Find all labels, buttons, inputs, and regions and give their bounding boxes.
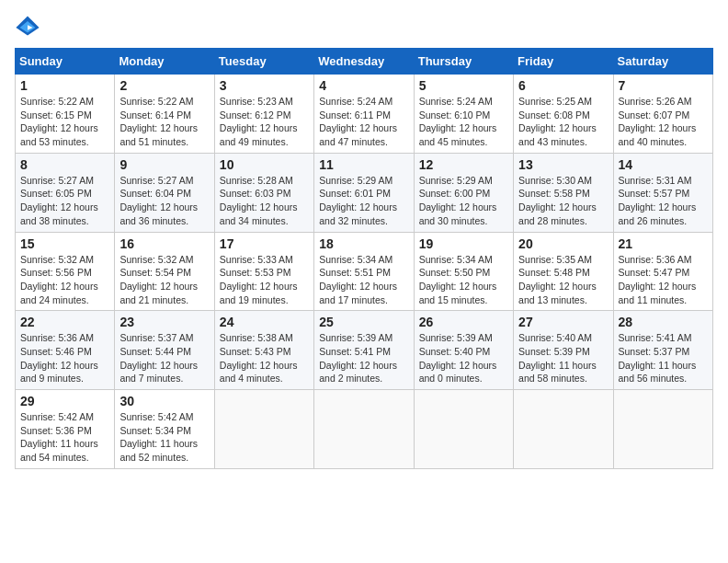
calendar-header-row: SundayMondayTuesdayWednesdayThursdayFrid… (16, 49, 713, 75)
day-number: 23 (119, 315, 209, 329)
calendar-cell: 10Sunrise: 5:28 AM Sunset: 6:03 PM Dayli… (214, 153, 313, 232)
day-info: Sunrise: 5:34 AM Sunset: 5:51 PM Dayligh… (319, 253, 408, 307)
calendar-week-2: 8Sunrise: 5:27 AM Sunset: 6:05 PM Daylig… (16, 153, 713, 232)
day-info: Sunrise: 5:39 AM Sunset: 5:40 PM Dayligh… (419, 331, 508, 385)
page-header (15, 15, 713, 40)
calendar-cell (214, 390, 313, 469)
calendar-cell: 30Sunrise: 5:42 AM Sunset: 5:34 PM Dayli… (115, 390, 214, 469)
calendar-cell: 16Sunrise: 5:32 AM Sunset: 5:54 PM Dayli… (115, 232, 214, 311)
calendar-cell: 22Sunrise: 5:36 AM Sunset: 5:46 PM Dayli… (16, 311, 115, 390)
day-info: Sunrise: 5:27 AM Sunset: 6:05 PM Dayligh… (20, 174, 109, 228)
calendar-cell: 4Sunrise: 5:24 AM Sunset: 6:11 PM Daylig… (314, 75, 414, 154)
calendar-cell: 19Sunrise: 5:34 AM Sunset: 5:50 PM Dayli… (414, 232, 513, 311)
calendar-cell: 13Sunrise: 5:30 AM Sunset: 5:58 PM Dayli… (514, 153, 613, 232)
day-info: Sunrise: 5:42 AM Sunset: 5:36 PM Dayligh… (20, 410, 109, 465)
day-info: Sunrise: 5:24 AM Sunset: 6:11 PM Dayligh… (319, 95, 408, 149)
day-info: Sunrise: 5:36 AM Sunset: 5:47 PM Dayligh… (619, 253, 708, 307)
day-number: 21 (619, 236, 708, 251)
day-number: 26 (419, 315, 508, 329)
day-number: 13 (518, 157, 608, 172)
calendar-cell: 21Sunrise: 5:36 AM Sunset: 5:47 PM Dayli… (613, 232, 712, 311)
day-header-tuesday: Tuesday (214, 49, 313, 75)
calendar-cell: 12Sunrise: 5:29 AM Sunset: 6:00 PM Dayli… (414, 153, 513, 232)
day-info: Sunrise: 5:32 AM Sunset: 5:56 PM Dayligh… (20, 253, 109, 307)
calendar-cell: 24Sunrise: 5:38 AM Sunset: 5:43 PM Dayli… (214, 311, 313, 390)
day-number: 7 (619, 78, 708, 93)
day-number: 28 (619, 315, 708, 329)
logo-icon (15, 15, 40, 40)
day-header-sunday: Sunday (16, 49, 115, 75)
day-header-thursday: Thursday (414, 49, 513, 75)
calendar-cell: 5Sunrise: 5:24 AM Sunset: 6:10 PM Daylig… (414, 75, 513, 154)
day-number: 11 (319, 157, 408, 172)
day-number: 25 (319, 315, 408, 329)
calendar-week-3: 15Sunrise: 5:32 AM Sunset: 5:56 PM Dayli… (16, 232, 713, 311)
day-info: Sunrise: 5:23 AM Sunset: 6:12 PM Dayligh… (220, 95, 309, 149)
day-number: 9 (119, 157, 209, 172)
calendar-cell: 25Sunrise: 5:39 AM Sunset: 5:41 PM Dayli… (314, 311, 414, 390)
day-info: Sunrise: 5:24 AM Sunset: 6:10 PM Dayligh… (419, 95, 508, 149)
day-number: 18 (319, 236, 408, 251)
day-info: Sunrise: 5:39 AM Sunset: 5:41 PM Dayligh… (319, 331, 408, 385)
day-info: Sunrise: 5:40 AM Sunset: 5:39 PM Dayligh… (518, 331, 608, 385)
day-info: Sunrise: 5:28 AM Sunset: 6:03 PM Dayligh… (220, 174, 309, 228)
day-number: 30 (119, 394, 209, 408)
day-info: Sunrise: 5:35 AM Sunset: 5:48 PM Dayligh… (518, 253, 608, 307)
day-info: Sunrise: 5:27 AM Sunset: 6:04 PM Dayligh… (119, 174, 209, 228)
calendar-body: 1Sunrise: 5:22 AM Sunset: 6:15 PM Daylig… (16, 75, 713, 469)
day-number: 24 (220, 315, 309, 329)
calendar-table: SundayMondayTuesdayWednesdayThursdayFrid… (15, 48, 713, 469)
calendar-cell: 15Sunrise: 5:32 AM Sunset: 5:56 PM Dayli… (16, 232, 115, 311)
day-info: Sunrise: 5:38 AM Sunset: 5:43 PM Dayligh… (220, 331, 309, 385)
day-number: 20 (518, 236, 608, 251)
calendar-cell (613, 390, 712, 469)
calendar-cell: 6Sunrise: 5:25 AM Sunset: 6:08 PM Daylig… (514, 75, 613, 154)
calendar-cell: 9Sunrise: 5:27 AM Sunset: 6:04 PM Daylig… (115, 153, 214, 232)
day-number: 6 (518, 78, 608, 93)
logo (15, 15, 42, 40)
day-info: Sunrise: 5:36 AM Sunset: 5:46 PM Dayligh… (20, 331, 109, 385)
calendar-cell: 14Sunrise: 5:31 AM Sunset: 5:57 PM Dayli… (613, 153, 712, 232)
calendar-cell: 26Sunrise: 5:39 AM Sunset: 5:40 PM Dayli… (414, 311, 513, 390)
calendar-cell (314, 390, 414, 469)
calendar-cell: 29Sunrise: 5:42 AM Sunset: 5:36 PM Dayli… (16, 390, 115, 469)
day-number: 1 (20, 78, 109, 93)
calendar-cell: 3Sunrise: 5:23 AM Sunset: 6:12 PM Daylig… (214, 75, 313, 154)
calendar-cell: 7Sunrise: 5:26 AM Sunset: 6:07 PM Daylig… (613, 75, 712, 154)
calendar-cell: 1Sunrise: 5:22 AM Sunset: 6:15 PM Daylig… (16, 75, 115, 154)
day-info: Sunrise: 5:26 AM Sunset: 6:07 PM Dayligh… (619, 95, 708, 149)
day-number: 12 (419, 157, 508, 172)
day-number: 8 (20, 157, 109, 172)
calendar-cell: 27Sunrise: 5:40 AM Sunset: 5:39 PM Dayli… (514, 311, 613, 390)
day-info: Sunrise: 5:22 AM Sunset: 6:14 PM Dayligh… (119, 95, 209, 149)
calendar-week-1: 1Sunrise: 5:22 AM Sunset: 6:15 PM Daylig… (16, 75, 713, 154)
calendar-cell: 11Sunrise: 5:29 AM Sunset: 6:01 PM Dayli… (314, 153, 414, 232)
calendar-cell (414, 390, 513, 469)
day-info: Sunrise: 5:31 AM Sunset: 5:57 PM Dayligh… (619, 174, 708, 228)
calendar-cell: 28Sunrise: 5:41 AM Sunset: 5:37 PM Dayli… (613, 311, 712, 390)
calendar-cell: 20Sunrise: 5:35 AM Sunset: 5:48 PM Dayli… (514, 232, 613, 311)
day-number: 10 (220, 157, 309, 172)
day-info: Sunrise: 5:37 AM Sunset: 5:44 PM Dayligh… (119, 331, 209, 385)
day-number: 5 (419, 78, 508, 93)
day-info: Sunrise: 5:32 AM Sunset: 5:54 PM Dayligh… (119, 253, 209, 307)
day-number: 14 (619, 157, 708, 172)
day-number: 15 (20, 236, 109, 251)
day-info: Sunrise: 5:29 AM Sunset: 6:00 PM Dayligh… (419, 174, 508, 228)
day-number: 2 (119, 78, 209, 93)
day-header-saturday: Saturday (613, 49, 712, 75)
day-number: 22 (20, 315, 109, 329)
calendar-week-4: 22Sunrise: 5:36 AM Sunset: 5:46 PM Dayli… (16, 311, 713, 390)
day-number: 27 (518, 315, 608, 329)
day-number: 16 (119, 236, 209, 251)
day-number: 29 (20, 394, 109, 408)
calendar-cell: 8Sunrise: 5:27 AM Sunset: 6:05 PM Daylig… (16, 153, 115, 232)
calendar-cell (514, 390, 613, 469)
calendar-week-5: 29Sunrise: 5:42 AM Sunset: 5:36 PM Dayli… (16, 390, 713, 469)
day-number: 3 (220, 78, 309, 93)
day-number: 4 (319, 78, 408, 93)
calendar-cell: 18Sunrise: 5:34 AM Sunset: 5:51 PM Dayli… (314, 232, 414, 311)
day-info: Sunrise: 5:41 AM Sunset: 5:37 PM Dayligh… (619, 331, 708, 385)
day-number: 19 (419, 236, 508, 251)
day-info: Sunrise: 5:30 AM Sunset: 5:58 PM Dayligh… (518, 174, 608, 228)
